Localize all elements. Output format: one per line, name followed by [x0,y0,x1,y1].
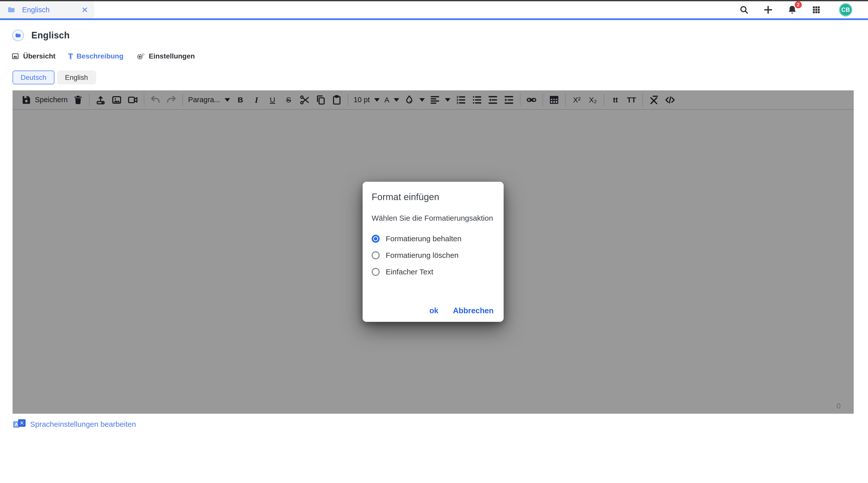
page-title: Englisch [31,30,69,41]
folder-icon [7,5,16,14]
tab-uebersicht[interactable]: Übersicht [11,50,56,62]
notification-badge: 2 [795,1,802,8]
language-button-deutsch[interactable]: Deutsch [12,70,55,84]
tab-label: Beschreibung [76,52,123,60]
close-icon[interactable] [81,6,89,13]
tab-label: Übersicht [23,52,56,60]
notifications-bell-icon[interactable]: 2 [787,4,798,15]
text-icon: T [68,53,73,60]
radio-option-plain-text[interactable]: Einfacher Text [372,268,495,276]
cancel-button[interactable]: Abbrechen [453,306,494,315]
page-head: Englisch [12,30,69,41]
radio-selected-icon [372,235,380,243]
dialog-options: Formatierung behalten Formatierung lösch… [372,235,495,276]
header-accent-bar [0,18,868,20]
avatar[interactable]: CB [839,3,852,17]
language-button-english[interactable]: English [57,70,96,84]
dialog-subtitle: Wählen Sie die Formatierungsaktion [372,214,495,222]
tab-beschreibung[interactable]: T Beschreibung [68,50,123,62]
gears-icon [136,52,145,61]
ok-button[interactable]: ok [429,306,438,315]
add-icon[interactable] [763,4,774,15]
topbar-actions: 2 CB [739,3,868,17]
topbar: Englisch 2 CB [0,1,868,18]
radio-option-keep-formatting[interactable]: Formatierung behalten [372,235,495,243]
radio-unselected-icon [372,251,380,259]
screen: Englisch 2 CB Englisch [0,0,868,483]
tab-einstellungen[interactable]: Einstellungen [136,50,195,62]
language-settings-link[interactable]: A Spracheinstellungen bearbeiten [13,419,136,430]
search-icon[interactable] [739,4,749,15]
dialog-title: Format einfügen [372,192,495,202]
format-paste-dialog: Format einfügen Wählen Sie die Formatier… [363,182,504,322]
tab-label: Einstellungen [149,52,195,60]
browser-tab-englisch[interactable]: Englisch [0,1,94,18]
chart-icon [11,52,19,60]
language-switch: Deutsch English [12,70,96,84]
translate-icon: A [13,419,26,430]
entity-folder-icon [12,30,24,41]
dialog-footer: ok Abbrechen [429,306,494,315]
radio-option-remove-formatting[interactable]: Formatierung löschen [372,251,495,260]
browser-tab-label: Englisch [22,6,74,14]
radio-unselected-icon [372,268,380,276]
page-tabs: Übersicht T Beschreibung Einstellungen [11,50,195,62]
apps-grid-icon[interactable] [811,4,822,15]
